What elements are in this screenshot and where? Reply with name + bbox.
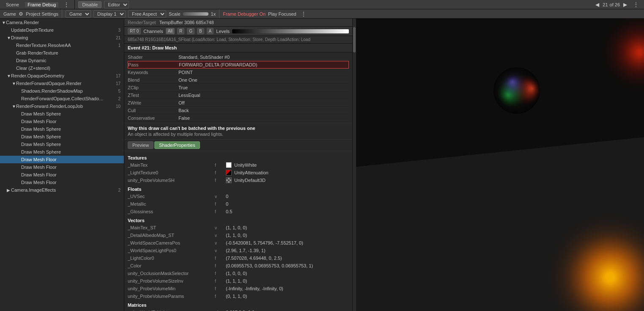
shader-prop-value: (0, 1, 1, 0) [226,294,247,299]
tree-item[interactable]: Draw Mesh Sphere [0,110,124,118]
tree-item[interactable]: ▼RenderForward.RenderLoopJob10 [0,102,124,110]
frame-of: of 26 [610,2,620,7]
ztest-row: ZTest LessEqual [128,91,349,99]
tree-item[interactable]: ▼Render.OpaqueGeometry17 [0,72,124,80]
prev-frame-button[interactable]: ◀ [594,2,601,8]
zwrite-row: ZWrite Off [128,99,349,107]
aspect-dropdown[interactable]: Free Aspect [128,10,166,18]
shader-properties-content: Textures_MainTexfUnityWhite_LightTexture… [124,151,352,311]
tree-item-label: Draw Mesh Sphere [21,149,122,154]
shader-prop-value: 0.5 [226,209,232,214]
next-frame-button[interactable]: ▶ [622,2,629,8]
ch-b-button[interactable]: B [197,28,204,34]
ch-g-button[interactable]: G [187,28,195,34]
pass-row: Pass FORWARD_DELTA (FORWARDADD) [128,61,349,69]
rt0-button[interactable]: RT 0 [128,28,141,34]
shader-prop-row: unity_ProbeVolumeSizeInvf(1, 1, 1, 0) [128,277,349,285]
shader-prop-row: unity_ProbeVolumeMinf(-Infinity, -Infini… [128,285,349,292]
tree-item[interactable]: Grab RenderTexture [0,49,124,57]
shader-section-header: Floats [128,187,349,192]
shader-tab-row: Preview ShaderProperties [124,139,352,151]
tree-item-label: Draw Mesh Floor [21,119,122,124]
disable-button[interactable]: Disable [78,1,101,8]
shader-prop-name: unity_OcclusionMaskSelector [128,271,212,276]
tree-item[interactable]: Draw Mesh Floor [0,118,124,125]
levels-bar [232,29,349,33]
display-num-dropdown[interactable]: Display 1 [93,10,126,18]
shader-prop-type: v [215,241,223,245]
blend-row: Blend One One [128,76,349,84]
shader-prop-value: (-0.5420081, 5.754796, -7.552517, 0) [226,240,303,245]
shader-prop-row: _WorldSpaceCameraPosv(-0.5420081, 5.7547… [128,239,349,247]
tree-item[interactable]: Draw Mesh Sphere [0,140,124,148]
tree-item[interactable]: RenderTexture.ResolveAA1 [0,41,124,49]
tree-item-label: Draw Mesh Sphere [21,142,122,147]
project-settings-label[interactable]: Project Settings [26,11,58,17]
editor-dropdown[interactable]: Editor [104,1,129,8]
shader-prop-name: _Glossiness [128,209,212,214]
game-panel-menu[interactable]: ⋮ [299,11,308,17]
event-properties: Shader Standard, SubShader #0 Pass FORWA… [124,52,352,123]
project-settings-icon: ⚙ [19,11,23,17]
shader-prop-row: unity_OcclusionMaskSelectorf(1, 0, 0, 0) [128,270,349,277]
shader-prop-row: unity_ProbeVolumeParamsf(0, 1, 1, 0) [128,292,349,300]
shader-section-header: Textures [128,155,349,160]
shader-prop-name: _DetailAlbedoMap_ST [128,233,212,238]
tree-item-label: Grab RenderTexture [16,50,122,55]
shader-prop-type: f [215,171,223,175]
scale-slider[interactable] [183,12,208,16]
tree-item-count: 10 [116,104,122,109]
tree-item[interactable]: Draw Mesh Floor [0,156,124,163]
cull-row: Cull Back [128,107,349,114]
ch-r-button[interactable]: R [177,28,184,34]
tree-item[interactable]: ▼Camera.Render [0,19,124,26]
tree-item[interactable]: Draw Dynamic [0,57,124,64]
middle-scroll-thumb[interactable] [353,27,356,52]
ch-all-button[interactable]: All [166,28,175,34]
tree-item[interactable]: UpdateDepthTexture3 [0,26,124,34]
tree-item[interactable]: ▼RenderForwardOpaque.Render17 [0,80,124,87]
shader-prop-value: 0 [226,194,228,199]
tab-menu-icon[interactable]: ⋮ [62,1,71,8]
tree-item[interactable]: ▶Camera.ImageEffects2 [0,186,124,194]
tree-item[interactable]: Draw Mesh Sphere [0,133,124,140]
shader-prop-type: f [215,271,223,276]
shader-prop-name: _Color [128,263,212,268]
panel-menu-icon[interactable]: ⋮ [631,1,641,8]
tree-item[interactable]: Draw Mesh Floor [0,163,124,171]
tree-item[interactable]: Draw Mesh Floor [0,179,124,186]
tree-item-label: Draw Mesh Floor [21,180,122,185]
frame-debug-tab[interactable]: Frame Debug [25,2,58,7]
shader-section-header: Vectors [128,218,349,223]
tree-item[interactable]: Shadows.RenderShadowMap5 [0,87,124,95]
shader-prop-row: _UVSecv0 [128,193,349,200]
top-bar: Scene Frame Debug ⋮ Disable Editor ◀ 21 … [0,0,644,9]
tree-item[interactable]: Draw Mesh Sphere [0,125,124,133]
tree-item-label: Draw Mesh Floor [21,165,122,170]
shader-prop-row: _Glossinessf0.5 [128,208,349,215]
display-dropdown[interactable]: Game [66,10,91,18]
shader-prop-row: _LightColor0f(7.507028, 4.69448, 0, 2.5) [128,254,349,262]
preview-tab[interactable]: Preview [128,141,153,149]
tree-item-label: RenderForward.RenderLoopJob [16,104,116,109]
middle-scrollbar[interactable] [353,19,356,311]
tree-arrow: ▼ [7,74,11,78]
shader-prop-type: f [215,264,223,268]
tree-item[interactable]: ▼Drawing21 [0,34,124,41]
tree-item-count: 5 [118,89,122,94]
game-viewport-panel [356,19,644,311]
tree-item-label: Clear (Z+stencil) [16,66,122,71]
shader-properties-tab[interactable]: ShaderProperties [154,141,200,149]
tree-item[interactable]: RenderForwardOpaque.CollectShado…2 [0,95,124,102]
shader-prop-name: unity_ProbeVolumeMin [128,286,212,291]
ch-a-button[interactable]: A [207,28,214,34]
zclip-row: ZClip True [128,84,349,91]
tree-item[interactable]: Draw Mesh Floor [0,171,124,179]
tree-arrow: ▶ [7,188,11,193]
scene-tab[interactable]: Scene [3,2,22,7]
play-focused-label: Play Focused [268,11,296,17]
channels-label: Channels [143,29,163,34]
tree-arrow: ▼ [7,36,11,40]
tree-item[interactable]: Draw Mesh Sphere [0,148,124,156]
tree-item[interactable]: Clear (Z+stencil) [0,64,124,72]
